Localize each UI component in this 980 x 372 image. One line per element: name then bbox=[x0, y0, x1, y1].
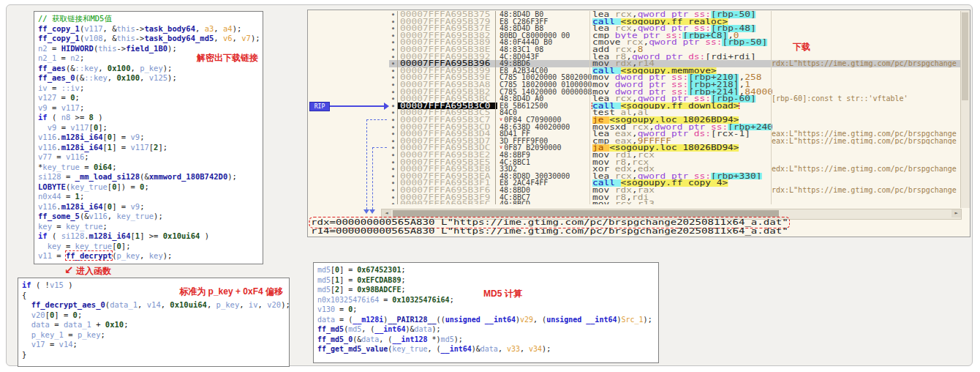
vertical-scrollbar-thumb[interactable] bbox=[962, 12, 968, 100]
breakpoint-dot-icon[interactable]: ● bbox=[389, 194, 397, 201]
code-line[interactable]: // 获取链接和MD5值 bbox=[38, 14, 259, 24]
disasm-row[interactable]: ●00007FFFA695B379E8 C286F3FFcall <sogoup… bbox=[308, 18, 970, 26]
disasm-row[interactable]: ●00007FFFA695B37548:8D4D B0lea rcx,qword… bbox=[308, 11, 970, 18]
code-line[interactable]: ff_decrypt_aes_0(data_1, v14, 0x10ui64, … bbox=[22, 300, 285, 310]
code-line[interactable]: ff_copy_1(v117, &this->task_body64, a3, … bbox=[38, 24, 259, 34]
breakpoint-dot-icon[interactable]: ● bbox=[389, 95, 397, 103]
code-line[interactable]: v116.m128i_i64[1] = v117[2]; bbox=[38, 143, 259, 153]
disasm-row[interactable]: ●00007FFFA695B39649:8BD6mov rdx,r14rdx:L… bbox=[308, 60, 970, 67]
disasm-row[interactable]: ●00007FFFA695B39EC785 10020000 58020000m… bbox=[308, 74, 970, 81]
code-line[interactable]: ff_copy_1(v108, &this->task_body64_md5, … bbox=[38, 34, 259, 44]
vertical-scrollbar[interactable] bbox=[960, 11, 970, 208]
code-line[interactable]: ff_some_5(&v116, key_true); bbox=[38, 212, 259, 222]
disasm-row[interactable]: ●00007FFFA695B3BC48:8D4D A0lea rcx,qword… bbox=[308, 95, 970, 103]
code-line[interactable]: ff_aes(&::key, 0x100, p_key); bbox=[38, 64, 259, 74]
breakpoint-dot-icon[interactable]: ● bbox=[389, 144, 397, 152]
code-line[interactable]: ff_md5(md5, (__int64)&data); bbox=[317, 324, 655, 335]
code-line[interactable]: ff_aes_0(&::key, 0x100, v125); bbox=[38, 73, 259, 83]
breakpoint-dot-icon[interactable]: ● bbox=[389, 39, 397, 46]
breakpoint-dot-icon[interactable]: ● bbox=[389, 179, 397, 187]
disasm-row[interactable]: ●00007FFFA695B3EA48:8D8D 30030000lea rcx… bbox=[308, 173, 970, 180]
disasm-row[interactable]: ●00007FFFA695B3FC49:8BCDmov rcx,r13 bbox=[308, 201, 970, 204]
breakpoint-dot-icon[interactable]: ● bbox=[389, 173, 397, 180]
disasm-row[interactable]: ●00007FFFA695B3F648:8BD0mov rdx,raxrdx:L… bbox=[308, 187, 970, 194]
disasm-row[interactable]: ●00007FFFA695B3E833D2xor edx,edxedx:L"ht… bbox=[308, 165, 970, 173]
disasm-row[interactable]: ●00007FFFA695B3D48D41 FFlea eax,qword pt… bbox=[308, 130, 970, 138]
code-line[interactable]: md5[1] = 0xEFCDAB89; bbox=[317, 275, 655, 286]
breakpoint-dot-icon[interactable]: ● bbox=[389, 138, 397, 145]
breakpoint-dot-icon[interactable]: ● bbox=[389, 152, 397, 159]
disasm-row[interactable]: ●00007FFFA695B3C7∨0F84 C7090000je <sogou… bbox=[308, 116, 970, 124]
code-line[interactable]: v9 = v117[0]; bbox=[38, 123, 259, 133]
code-line[interactable]: n2 = HIDWORD(this->field_1B0); bbox=[38, 44, 259, 54]
code-line[interactable]: v77 = v116; bbox=[38, 152, 259, 163]
code-line[interactable]: ff_md5_0(&data, (__int128 *)md5); bbox=[317, 335, 655, 345]
breakpoint-dot-icon[interactable]: ● bbox=[389, 25, 397, 32]
disasm-row[interactable]: ●00007FFFA695B3F1E8 2AC4F4FFcall <sogoup… bbox=[308, 179, 970, 187]
disasm-row[interactable]: ●00007FFFA695B3924C:8D043Flea r8,qword p… bbox=[308, 53, 970, 61]
disasm-row[interactable]: ●00007FFFA695B3F94C:8BC7mov r8,rdi bbox=[308, 194, 970, 201]
breakpoint-dot-icon[interactable]: ● bbox=[389, 201, 397, 204]
disasm-row[interactable]: ●00007FFFA695B399E8 A2B34C00call <sogoup… bbox=[308, 67, 970, 75]
breakpoint-dot-icon[interactable]: ● bbox=[389, 165, 397, 173]
code-line[interactable]: LOBYTE(key_true[0]) = 0; bbox=[38, 182, 259, 193]
code-line[interactable]: v11 = ff_decrypt(p_key, key); bbox=[38, 251, 259, 261]
scroll-left-icon[interactable]: ◄ bbox=[382, 209, 391, 217]
code-line[interactable]: v127 = 0; bbox=[38, 93, 259, 103]
code-line[interactable]: key = key_true[0]; bbox=[38, 242, 259, 252]
code-line[interactable]: md5[0] = 0x67452301; bbox=[317, 265, 655, 275]
breakpoint-dot-icon[interactable]: ● bbox=[389, 67, 397, 75]
disasm-row[interactable]: ●00007FFFA695B3B2C785 14020000 00000084m… bbox=[308, 89, 970, 96]
breakpoint-dot-icon[interactable]: ● bbox=[389, 130, 397, 138]
breakpoint-dot-icon[interactable]: ● bbox=[389, 89, 397, 96]
disasm-row[interactable]: ●00007FFFA695B3DC∨0F87 B2090000ja <sogou… bbox=[308, 144, 970, 152]
code-line[interactable]: v130 = 0; bbox=[317, 305, 655, 315]
code-line[interactable]: v20[0] = 0; bbox=[22, 310, 285, 321]
breakpoint-dot-icon[interactable]: ● bbox=[389, 46, 397, 53]
breakpoint-dot-icon[interactable]: ● bbox=[389, 103, 397, 110]
code-line[interactable]: } bbox=[22, 350, 285, 360]
disasm-row[interactable]: ●00007FFFA695B3C0E8 5B612500call <sogoup… bbox=[308, 103, 970, 110]
breakpoint-dot-icon[interactable]: ● bbox=[389, 159, 397, 166]
breakpoint-dot-icon[interactable]: ● bbox=[389, 116, 397, 124]
code-line[interactable]: if ( n8 >= 8 ) bbox=[38, 113, 259, 123]
breakpoint-dot-icon[interactable]: ● bbox=[389, 81, 397, 89]
breakpoint-dot-icon[interactable]: ● bbox=[389, 53, 397, 61]
code-line[interactable]: v17 = v14; bbox=[22, 340, 285, 350]
disasm-row[interactable]: ●00007FFFA695B3D73D FFFF9F00cmp eax,9FFF… bbox=[308, 138, 970, 145]
code-line[interactable]: if ( si128.m128i_i64[1] >= 0x10ui64 ) bbox=[38, 231, 259, 242]
column-separator bbox=[397, 11, 398, 204]
disasm-row[interactable]: ●00007FFFA695B38E48:83C1 08add rcx,8 bbox=[308, 46, 970, 53]
breakpoint-dot-icon[interactable]: ● bbox=[389, 74, 397, 81]
disasm-row[interactable]: ●00007FFFA695B37E48:8D4D B8lea rcx,qword… bbox=[308, 25, 970, 32]
horizontal-scrollbar-thumb[interactable] bbox=[393, 210, 779, 217]
scroll-right-icon[interactable]: ► bbox=[951, 209, 961, 217]
code-token: (( bbox=[437, 316, 445, 324]
code-line[interactable]: p_key_1 = p_key; bbox=[22, 330, 285, 341]
code-line[interactable]: iv = ::iv; bbox=[38, 83, 259, 94]
code-line[interactable]: v116.m128i_i64[0] = v9; bbox=[38, 202, 259, 212]
code-line[interactable]: n0x44 = 1; bbox=[38, 192, 259, 202]
breakpoint-dot-icon[interactable]: ● bbox=[389, 109, 397, 116]
breakpoint-dot-icon[interactable]: ● bbox=[389, 18, 397, 26]
disasm-row[interactable]: ●00007FFFA695B3A8C785 18020000 01000000m… bbox=[308, 81, 970, 89]
code-line[interactable]: key = key_true; bbox=[38, 222, 259, 232]
code-line[interactable]: data = data_1 + 0x10; bbox=[22, 320, 285, 330]
breakpoint-dot-icon[interactable]: ● bbox=[389, 60, 397, 67]
code-line[interactable]: v116.m128i_i64[0] = v9; bbox=[38, 133, 259, 143]
disasm-row[interactable]: ●00007FFFA695B38948:0F444D B0cmove rcx,q… bbox=[308, 39, 970, 46]
disasm-row[interactable]: ●00007FFFA695B3CD48:638D 40020000movsxd … bbox=[308, 124, 970, 131]
disasm-row[interactable]: ●00007FFFA695B38280BD C8000000 00cmp byt… bbox=[308, 32, 970, 40]
code-line[interactable]: v9 = v117; bbox=[38, 103, 259, 114]
disasm-row[interactable]: ●00007FFFA695B3C584C0test al,al bbox=[308, 109, 970, 116]
breakpoint-dot-icon[interactable]: ● bbox=[389, 187, 397, 194]
breakpoint-dot-icon[interactable]: ● bbox=[389, 124, 397, 131]
code-line[interactable]: data = (__m128i)__PAIR128__((unsigned __… bbox=[317, 315, 655, 325]
code-line[interactable]: si128 = _mm_load_si128(&xmmword_180B742D… bbox=[38, 172, 259, 182]
breakpoint-dot-icon[interactable]: ● bbox=[389, 32, 397, 40]
disasm-row[interactable]: ●00007FFFA695B3E54C:8BC1mov r8,rcx bbox=[308, 159, 970, 166]
breakpoint-dot-icon[interactable]: ● bbox=[389, 11, 397, 18]
code-line[interactable]: *key_true = 0i64; bbox=[38, 163, 259, 173]
code-line[interactable]: ff_get_md5_value(key_true, (__int64)&dat… bbox=[317, 344, 655, 354]
disasm-row[interactable]: ●00007FFFA695B3E248:8BF9mov rdi,rcx bbox=[308, 152, 970, 159]
